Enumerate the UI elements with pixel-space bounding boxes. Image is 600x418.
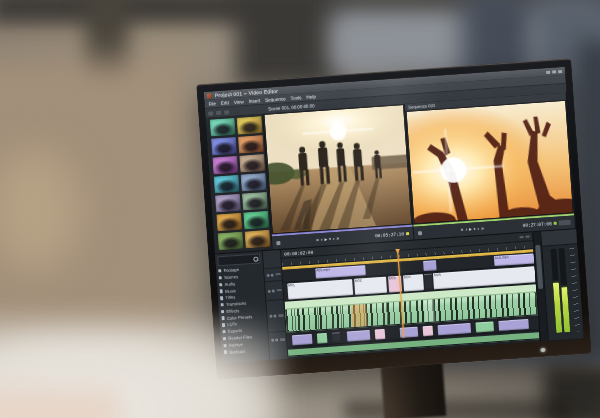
clip-thumbnail[interactable] [245, 230, 271, 249]
timeline-clip[interactable] [423, 326, 434, 337]
bin-item-label: Footage [223, 267, 239, 273]
transport-button[interactable]: ▸ [469, 227, 472, 232]
transport-button[interactable]: ▪ [474, 226, 476, 231]
menu-edit[interactable]: Edit [221, 100, 229, 106]
bin-item-icon [223, 344, 227, 348]
transport-button[interactable]: » [481, 226, 484, 231]
menu-help[interactable]: Help [306, 94, 316, 100]
maximize-icon[interactable] [552, 70, 556, 73]
bin-item-icon [220, 289, 224, 293]
menu-sequence[interactable]: Sequence [265, 96, 286, 102]
main-row: «‹▸▪›» 00:05:27:10 Sequence 001 [205, 93, 576, 254]
bin-item-icon [218, 269, 222, 273]
bin-item-label: Exports [228, 328, 243, 334]
bin-item-label: Backups [229, 348, 245, 354]
search-icon [253, 257, 257, 261]
timeline-clip[interactable] [375, 329, 386, 340]
bin-item-icon [222, 323, 226, 327]
transport-button[interactable]: ‹ [465, 227, 467, 232]
timeline-clip[interactable] [498, 319, 529, 331]
program-transport-buttons: «‹▸▪›» [461, 226, 484, 233]
timeline-clip[interactable] [347, 330, 370, 342]
program-panel-icon[interactable] [418, 231, 422, 235]
timeline[interactable]: 00:00:02:00 A05.mp4A12.mp4 M01M02M03M04M… [281, 232, 540, 359]
timeline-clip[interactable] [317, 333, 328, 344]
timeline-clip[interactable]: M01 [287, 279, 353, 300]
timeline-clip[interactable] [475, 321, 493, 332]
bin-item-label: Scenes [224, 274, 238, 280]
clip-bin-panel [205, 114, 272, 254]
menu-insert[interactable]: Insert [248, 98, 260, 104]
clip-thumbnail[interactable] [216, 213, 242, 232]
menu-tools[interactable]: Tools [291, 95, 302, 101]
window-controls[interactable] [546, 69, 562, 73]
bin-item-label: LUTs [227, 322, 237, 328]
timeline-clip[interactable] [292, 334, 313, 345]
bin-item-icon [219, 283, 223, 287]
bin-item-label: Titles [225, 295, 235, 301]
timeline-clip[interactable]: M04 [403, 274, 424, 291]
timeline-clip[interactable] [438, 323, 471, 335]
clip-thumbnail[interactable] [237, 116, 263, 135]
timeline-clip[interactable] [423, 260, 436, 271]
office-photo-scene: Project 001 – Video Editor FileEditViewI… [0, 0, 600, 418]
minimize-icon[interactable] [546, 70, 550, 73]
transport-button[interactable]: ‹ [321, 237, 323, 242]
clip-thumbnail[interactable] [214, 175, 240, 194]
clip-thumbnail[interactable] [215, 194, 241, 213]
timeline-clip[interactable]: A12.mp4 [494, 253, 535, 266]
clip-label: A12.mp4 [494, 253, 534, 260]
timeline-clip[interactable] [332, 332, 340, 343]
audio-meter-header [541, 229, 577, 246]
setup-button[interactable] [558, 220, 570, 226]
timeline-options[interactable] [519, 235, 529, 238]
clip-thumbnail[interactable] [238, 135, 264, 154]
track-head-controls[interactable] [269, 331, 287, 348]
track-head-controls[interactable] [265, 280, 283, 300]
bin-item-icon [222, 330, 226, 334]
transport-button[interactable]: « [461, 227, 464, 232]
menu-file[interactable]: File [208, 101, 216, 107]
clip-thumbnail[interactable] [239, 154, 265, 173]
clip-thumbnail[interactable] [243, 211, 269, 230]
transport-button[interactable]: ▪ [329, 236, 331, 241]
source-panel-icon[interactable] [276, 240, 280, 244]
track-head-controls[interactable] [264, 267, 282, 281]
clip-thumbnail[interactable] [242, 192, 268, 211]
toolbar-button[interactable] [224, 110, 229, 114]
source-transport-buttons: «‹▸▪›» [316, 236, 339, 243]
menu-view[interactable]: View [234, 99, 244, 105]
bin-item-label: Effects [226, 308, 239, 314]
clip-thumbnail-grid [210, 116, 270, 250]
timeline-clip[interactable] [424, 274, 433, 290]
transport-button[interactable]: › [333, 236, 335, 241]
track-head-controls[interactable] [266, 299, 285, 332]
source-video-frame [264, 105, 411, 233]
program-tab-label: Sequence 001 [408, 103, 435, 110]
close-icon[interactable] [558, 69, 562, 72]
foreground-pink-blur [0, 388, 120, 418]
transport-button[interactable]: ▸ [324, 237, 327, 242]
source-monitor: «‹▸▪›» 00:05:27:10 [263, 104, 414, 250]
bin-item-icon [224, 350, 228, 354]
window-mullion-left [86, 0, 128, 140]
clip-thumbnail[interactable] [211, 137, 237, 156]
toolbar-button[interactable] [208, 111, 213, 115]
transport-button[interactable]: « [316, 237, 319, 242]
clip-thumbnail[interactable] [241, 173, 267, 192]
transport-button[interactable]: › [477, 226, 479, 231]
transport-button[interactable]: » [336, 236, 339, 241]
search-input[interactable] [220, 256, 253, 263]
audio-meter-panel [540, 229, 584, 341]
program-timecode: 00:27:07:08 [522, 221, 551, 228]
bin-item-icon [221, 310, 225, 314]
timeline-clip[interactable]: M02 [354, 277, 388, 295]
clip-thumbnail[interactable] [218, 232, 244, 251]
toolbar-button[interactable] [216, 110, 221, 114]
program-video-image [407, 101, 573, 224]
warm-highlight-left [0, 150, 80, 270]
clip-thumbnail[interactable] [210, 118, 236, 137]
bin-item[interactable]: Backups [224, 347, 267, 355]
search-box[interactable] [217, 253, 261, 266]
clip-thumbnail[interactable] [212, 156, 238, 175]
